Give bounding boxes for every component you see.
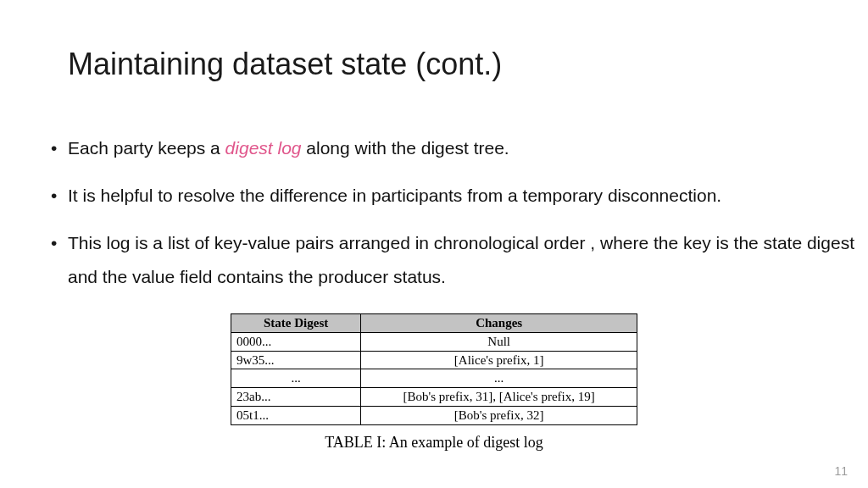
cell-digest: ...	[231, 369, 361, 388]
slide-title: Maintaining dataset state (cont.)	[68, 47, 502, 82]
table-row: ... ...	[231, 369, 637, 388]
text: Each party keeps a	[68, 138, 225, 158]
cell-changes: ...	[361, 369, 637, 388]
cell-digest: 23ab...	[231, 388, 361, 407]
bullet-item: This log is a list of key-value pairs ar…	[51, 226, 856, 294]
text: It is helpful to resolve the difference …	[68, 186, 721, 205]
table-caption: TABLE I: An example of digest log	[231, 434, 637, 452]
cell-digest: 05t1...	[231, 406, 361, 424]
text: This log is a list of key-value pairs ar…	[68, 233, 854, 286]
digest-log-table-wrap: State Digest Changes 0000... Null 9w35..…	[231, 313, 637, 452]
bullet-item: Each party keeps a digest log along with…	[51, 131, 856, 165]
bullet-item: It is helpful to resolve the difference …	[51, 179, 856, 213]
page-number: 11	[834, 464, 848, 478]
cell-digest: 9w35...	[231, 351, 361, 369]
slide: Maintaining dataset state (cont.) Each p…	[0, 0, 868, 488]
table-row: 9w35... [Alice's prefix, 1]	[231, 351, 637, 369]
digest-log-table: State Digest Changes 0000... Null 9w35..…	[231, 313, 637, 425]
table-row: 23ab... [Bob's prefix, 31], [Alice's pre…	[231, 388, 637, 407]
cell-changes: [Bob's prefix, 31], [Alice's prefix, 19]	[361, 388, 637, 407]
text: along with the digest tree.	[302, 138, 509, 158]
cell-changes: [Bob's prefix, 32]	[361, 406, 637, 424]
bullet-list: Each party keeps a digest log along with…	[51, 131, 856, 308]
table-header-row: State Digest Changes	[231, 314, 637, 333]
col-changes: Changes	[361, 314, 637, 333]
highlight-term: digest log	[225, 138, 302, 158]
cell-digest: 0000...	[231, 332, 361, 351]
cell-changes: [Alice's prefix, 1]	[361, 351, 637, 369]
col-state-digest: State Digest	[231, 314, 361, 333]
table-row: 0000... Null	[231, 332, 637, 351]
table-row: 05t1... [Bob's prefix, 32]	[231, 406, 637, 424]
cell-changes: Null	[361, 332, 637, 351]
